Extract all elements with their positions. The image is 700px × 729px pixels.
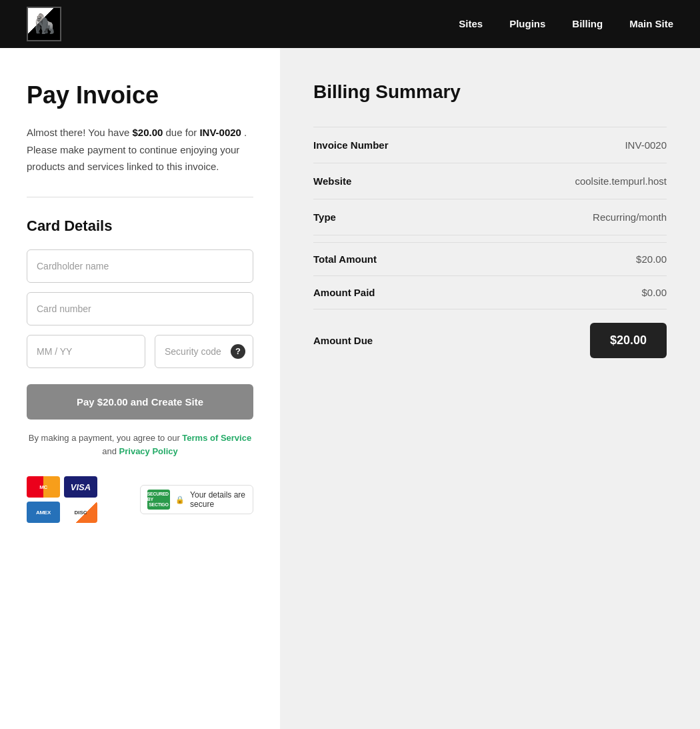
billing-row-invoice: Invoice Number INV-0020 [313,127,667,163]
navbar: 🦍 Sites Plugins Billing Main Site [0,0,700,48]
expiry-security-row: ? [27,335,253,368]
security-help-icon[interactable]: ? [231,344,245,359]
total-amount-value: $20.00 [636,253,667,265]
card-logos: MC VISA AMEX DISC [27,476,133,523]
billing-title: Billing Summary [313,81,667,103]
secure-lock-icon: 🔒 [175,496,185,504]
gorilla-icon: 🦍 [33,15,56,33]
page-layout: Pay Invoice Almost there! You have $20.0… [0,48,700,729]
page-title: Pay Invoice [27,81,253,109]
terms-middle: and [102,446,119,456]
nav-sites[interactable]: Sites [459,18,483,29]
amount-due-row: Amount Due $20.00 [313,309,667,372]
card-number-input[interactable] [27,292,253,325]
amount-paid-row: Amount Paid $0.00 [313,276,667,309]
secure-badge: SECURED BY SECTIGO 🔒 Your details are se… [140,485,253,514]
card-details-title: Card Details [27,217,253,235]
expiry-input[interactable] [27,335,145,368]
sectigo-line1: SECURED BY [147,492,170,503]
intro-invoice: INV-0020 [199,127,241,138]
amount-paid-value: $0.00 [641,287,667,298]
billing-totals: Total Amount $20.00 Amount Paid $0.00 Am… [313,242,667,372]
amex-logo: AMEX [27,502,60,523]
cardholder-group [27,249,253,283]
website-value: coolsite.tempurl.host [575,175,667,187]
website-label: Website [313,175,351,187]
billing-row-website: Website coolsite.tempurl.host [313,163,667,199]
invoice-number-value: INV-0020 [625,139,667,151]
logo[interactable]: 🦍 [27,7,61,41]
amount-due-label: Amount Due [313,335,373,346]
sectigo-logo: SECURED BY SECTIGO [147,490,170,510]
total-amount-label: Total Amount [313,253,377,265]
card-badges: MC VISA AMEX DISC SECURED BY SECTIGO 🔒 Y… [27,476,253,523]
amount-paid-label: Amount Paid [313,287,375,298]
type-label: Type [313,211,336,223]
sectigo-line2: SECTIGO [149,502,168,508]
mastercard-logo: MC [27,476,60,498]
terms-text: By making a payment, you agree to our Te… [27,432,253,460]
discover-logo: DISC [64,502,97,523]
left-panel: Pay Invoice Almost there! You have $20.0… [0,48,280,729]
intro-due-for: due for [166,127,197,138]
amount-due-badge: $20.00 [590,323,667,358]
invoice-number-label: Invoice Number [313,139,389,151]
intro-prefix: Almost there! You have [27,127,129,138]
cardholder-input[interactable] [27,249,253,283]
terms-prefix: By making a payment, you agree to our [29,433,183,443]
privacy-policy-link[interactable]: Privacy Policy [119,446,178,456]
intro-amount: $20.00 [132,127,163,138]
pay-button[interactable]: Pay $20.00 and Create Site [27,384,253,420]
card-number-group [27,292,253,325]
nav-main-site[interactable]: Main Site [629,18,673,29]
type-value: Recurring/month [593,211,667,223]
total-amount-row: Total Amount $20.00 [313,242,667,276]
billing-details: Invoice Number INV-0020 Website coolsite… [313,127,667,235]
right-panel: Billing Summary Invoice Number INV-0020 … [280,48,700,729]
secure-text: Your details are secure [190,490,246,509]
visa-logo: VISA [64,476,97,498]
nav-plugins[interactable]: Plugins [509,18,545,29]
section-divider [27,197,253,197]
billing-row-type: Type Recurring/month [313,199,667,235]
nav-links: Sites Plugins Billing Main Site [459,18,673,30]
intro-text: Almost there! You have $20.00 due for IN… [27,124,253,175]
security-wrapper: ? [155,335,253,368]
terms-of-service-link[interactable]: Terms of Service [182,433,251,443]
nav-billing[interactable]: Billing [572,18,603,29]
